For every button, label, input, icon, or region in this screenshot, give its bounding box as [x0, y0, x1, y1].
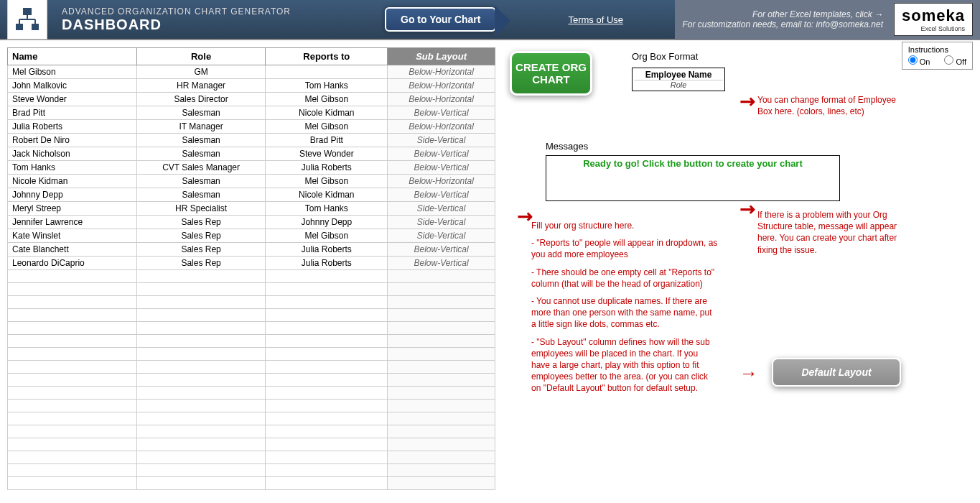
cell-empty[interactable]: [388, 464, 495, 477]
cell-role[interactable]: Sales Director: [136, 93, 266, 106]
table-row-empty[interactable]: [8, 412, 495, 425]
cell-role[interactable]: Sales Rep: [136, 243, 266, 257]
table-row-empty[interactable]: [8, 438, 495, 451]
cell-empty[interactable]: [388, 400, 495, 412]
cell-empty[interactable]: [136, 387, 266, 400]
cell-empty[interactable]: [8, 270, 137, 283]
instructions-off[interactable]: Off: [944, 55, 966, 66]
cell-empty[interactable]: [8, 387, 137, 400]
cell-empty[interactable]: [8, 335, 137, 348]
cell-empty[interactable]: [8, 477, 137, 490]
cell-empty[interactable]: [136, 412, 266, 425]
table-row-empty[interactable]: [8, 400, 495, 412]
default-layout-button[interactable]: Default Layout: [772, 358, 901, 387]
cell-role[interactable]: Salesman: [136, 106, 266, 120]
cell-empty[interactable]: [388, 387, 495, 400]
cell-role[interactable]: Sales Rep: [136, 216, 266, 229]
cell-name[interactable]: Leonardo DiCaprio: [8, 257, 137, 270]
cell-sublayout[interactable]: Below-Horizontal: [388, 79, 495, 93]
cell-reports[interactable]: Steve Wonder: [266, 147, 388, 161]
cell-sublayout[interactable]: Below-Horizontal: [388, 65, 495, 79]
table-row-empty[interactable]: [8, 425, 495, 438]
cell-empty[interactable]: [8, 451, 137, 464]
table-row[interactable]: Meryl StreepHR SpecialistTom HanksSide-V…: [8, 202, 495, 216]
table-row-empty[interactable]: [8, 451, 495, 464]
cell-empty[interactable]: [266, 438, 388, 451]
cell-empty[interactable]: [266, 374, 388, 387]
cell-empty[interactable]: [136, 425, 266, 438]
cell-reports[interactable]: Johnny Depp: [266, 216, 388, 229]
cell-role[interactable]: Salesman: [136, 147, 266, 161]
cell-name[interactable]: Robert De Niro: [8, 134, 137, 147]
cell-sublayout[interactable]: Side-Vertical: [388, 229, 495, 243]
cell-name[interactable]: Kate Winslet: [8, 229, 137, 243]
cell-sublayout[interactable]: Side-Vertical: [388, 216, 495, 229]
cell-empty[interactable]: [136, 335, 266, 348]
cell-empty[interactable]: [136, 464, 266, 477]
cell-name[interactable]: Julia Roberts: [8, 120, 137, 134]
cell-sublayout[interactable]: Below-Horizontal: [388, 93, 495, 106]
cell-reports[interactable]: Mel Gibson: [266, 229, 388, 243]
table-row[interactable]: Nicole KidmanSalesmanMel GibsonBelow-Hor…: [8, 175, 495, 188]
instructions-on[interactable]: On: [908, 55, 930, 66]
cell-empty[interactable]: [8, 309, 137, 322]
cell-empty[interactable]: [388, 438, 495, 451]
cell-empty[interactable]: [266, 283, 388, 296]
radio-on[interactable]: [908, 55, 918, 65]
cell-empty[interactable]: [136, 451, 266, 464]
cell-sublayout[interactable]: Below-Vertical: [388, 147, 495, 161]
cell-role[interactable]: Salesman: [136, 175, 266, 188]
cell-reports[interactable]: Tom Hanks: [266, 79, 388, 93]
cell-name[interactable]: Meryl Streep: [8, 202, 137, 216]
cell-sublayout[interactable]: Below-Vertical: [388, 243, 495, 257]
cell-name[interactable]: Jack Nicholson: [8, 147, 137, 161]
cell-role[interactable]: Sales Rep: [136, 257, 266, 270]
cell-empty[interactable]: [266, 387, 388, 400]
cell-empty[interactable]: [266, 451, 388, 464]
cell-sublayout[interactable]: Below-Horizontal: [388, 175, 495, 188]
cell-role[interactable]: IT Manager: [136, 120, 266, 134]
table-row-empty[interactable]: [8, 477, 495, 490]
cell-empty[interactable]: [8, 400, 137, 412]
table-row-empty[interactable]: [8, 322, 495, 335]
table-row[interactable]: John MalkovicHR ManagerTom HanksBelow-Ho…: [8, 79, 495, 93]
cell-sublayout[interactable]: Below-Vertical: [388, 188, 495, 202]
table-row[interactable]: Brad PittSalesmanNicole KidmanBelow-Vert…: [8, 106, 495, 120]
cell-name[interactable]: Brad Pitt: [8, 106, 137, 120]
cell-empty[interactable]: [8, 296, 137, 309]
cell-role[interactable]: GM: [136, 65, 266, 79]
cell-sublayout[interactable]: Side-Vertical: [388, 134, 495, 147]
cell-reports[interactable]: [266, 65, 388, 79]
cell-role[interactable]: Salesman: [136, 188, 266, 202]
cell-empty[interactable]: [266, 322, 388, 335]
table-row-empty[interactable]: [8, 309, 495, 322]
table-row-empty[interactable]: [8, 335, 495, 348]
cell-empty[interactable]: [266, 477, 388, 490]
cell-empty[interactable]: [136, 400, 266, 412]
cell-reports[interactable]: Nicole Kidman: [266, 106, 388, 120]
cell-empty[interactable]: [266, 361, 388, 374]
cell-empty[interactable]: [136, 309, 266, 322]
cell-empty[interactable]: [388, 451, 495, 464]
cell-empty[interactable]: [388, 270, 495, 283]
cell-empty[interactable]: [266, 464, 388, 477]
cell-empty[interactable]: [388, 348, 495, 361]
cell-name[interactable]: Johnny Depp: [8, 188, 137, 202]
cell-empty[interactable]: [136, 283, 266, 296]
cell-sublayout[interactable]: Below-Vertical: [388, 161, 495, 175]
cell-empty[interactable]: [8, 361, 137, 374]
cell-sublayout[interactable]: Below-Vertical: [388, 257, 495, 270]
terms-link[interactable]: Terms of Use: [568, 14, 623, 25]
cell-empty[interactable]: [388, 425, 495, 438]
cell-empty[interactable]: [136, 438, 266, 451]
cell-role[interactable]: Salesman: [136, 134, 266, 147]
cell-empty[interactable]: [266, 270, 388, 283]
table-row[interactable]: Leonardo DiCaprioSales RepJulia RobertsB…: [8, 257, 495, 270]
cell-name[interactable]: Steve Wonder: [8, 93, 137, 106]
cell-empty[interactable]: [388, 322, 495, 335]
table-row[interactable]: Mel GibsonGMBelow-Horizontal: [8, 65, 495, 79]
table-row[interactable]: Julia RobertsIT ManagerMel GibsonBelow-H…: [8, 120, 495, 134]
cell-empty[interactable]: [388, 335, 495, 348]
cell-empty[interactable]: [8, 412, 137, 425]
cell-empty[interactable]: [388, 296, 495, 309]
